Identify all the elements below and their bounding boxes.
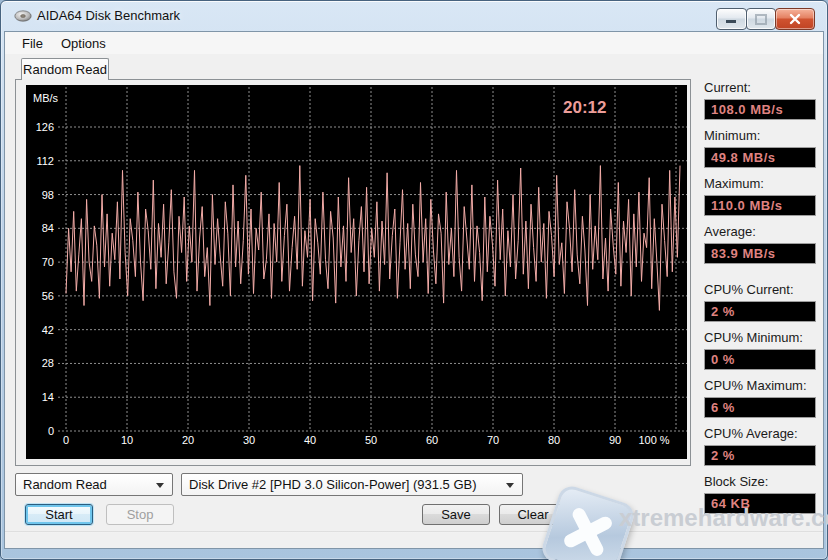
save-button[interactable]: Save <box>422 504 490 525</box>
app-window: AIDA64 Disk Benchmark FileOptions Random… <box>0 0 828 560</box>
svg-text:84: 84 <box>42 222 54 234</box>
svg-text:0: 0 <box>48 425 54 437</box>
maximize-icon <box>755 14 767 25</box>
throughput-line <box>66 166 680 311</box>
chevron-down-icon <box>156 483 164 488</box>
svg-text:28: 28 <box>42 357 54 369</box>
title-bar[interactable]: AIDA64 Disk Benchmark <box>1 1 827 31</box>
svg-text:0: 0 <box>63 434 69 446</box>
test-type-dropdown[interactable]: Random Read <box>15 473 173 496</box>
menu-item-options[interactable]: Options <box>52 34 115 53</box>
minimize-icon <box>726 20 736 23</box>
maximize-button[interactable] <box>746 8 776 30</box>
minimize-button[interactable] <box>716 8 747 30</box>
stat-label: Average: <box>704 224 810 239</box>
disk-drive-dropdown[interactable]: Disk Drive #2 [PHD 3.0 Silicon-Power] (9… <box>181 473 523 496</box>
stat-label: CPU% Current: <box>704 282 810 297</box>
menu-item-file[interactable]: File <box>13 34 52 53</box>
stat-label: CPU% Minimum: <box>704 330 810 345</box>
svg-text:70: 70 <box>487 434 499 446</box>
svg-text:98: 98 <box>42 189 54 201</box>
stat-label: CPU% Average: <box>704 426 810 441</box>
app-icon <box>14 9 32 23</box>
svg-text:10: 10 <box>121 434 133 446</box>
stat-group: Minimum:49.8 MB/s <box>704 128 810 168</box>
window-title: AIDA64 Disk Benchmark <box>37 8 180 23</box>
stat-group: Current:108.0 MB/s <box>704 80 810 120</box>
svg-text:70: 70 <box>42 256 54 268</box>
stat-label: Maximum: <box>704 176 810 191</box>
stat-value: 110.0 MB/s <box>704 195 816 216</box>
svg-text:40: 40 <box>304 434 316 446</box>
stat-value: 83.9 MB/s <box>704 243 816 264</box>
tab-random-read[interactable]: Random Read <box>21 58 109 80</box>
svg-text:42: 42 <box>42 324 54 336</box>
stat-group: CPU% Average:2 % <box>704 426 810 466</box>
svg-text:50: 50 <box>365 434 377 446</box>
disk-drive-value: Disk Drive #2 [PHD 3.0 Silicon-Power] (9… <box>189 477 477 492</box>
svg-text:20: 20 <box>182 434 194 446</box>
watermark-text: xtremehardware.com <box>619 504 828 532</box>
stat-value: 2 % <box>704 445 816 466</box>
svg-text:14: 14 <box>42 391 54 403</box>
svg-text:126: 126 <box>36 121 54 133</box>
stat-group: CPU% Maximum:6 % <box>704 378 810 418</box>
stat-value: 0 % <box>704 349 816 370</box>
svg-text:MB/s: MB/s <box>33 92 59 104</box>
svg-text:60: 60 <box>426 434 438 446</box>
stat-label: Current: <box>704 80 810 95</box>
close-button[interactable] <box>775 8 815 30</box>
svg-text:100 %: 100 % <box>638 434 669 446</box>
stop-button: Stop <box>106 504 174 525</box>
svg-text:30: 30 <box>243 434 255 446</box>
chart-svg: 0142842567084981121260102030405060708090… <box>26 85 687 459</box>
test-type-value: Random Read <box>23 477 107 492</box>
stat-label: Block Size: <box>704 474 810 489</box>
stat-label: Minimum: <box>704 128 810 143</box>
stat-value: 2 % <box>704 301 816 322</box>
svg-text:20:12: 20:12 <box>563 98 606 117</box>
stat-value: 108.0 MB/s <box>704 99 816 120</box>
stat-label: CPU% Maximum: <box>704 378 810 393</box>
svg-text:90: 90 <box>609 434 621 446</box>
svg-text:112: 112 <box>36 155 54 167</box>
start-button[interactable]: Start <box>25 504 93 525</box>
benchmark-chart: 0142842567084981121260102030405060708090… <box>26 85 687 459</box>
stat-group: Maximum:110.0 MB/s <box>704 176 810 216</box>
stat-group: CPU% Current:2 % <box>704 282 810 322</box>
svg-text:80: 80 <box>548 434 560 446</box>
stat-value: 6 % <box>704 397 816 418</box>
stat-group: Average:83.9 MB/s <box>704 224 810 264</box>
stat-group: CPU% Minimum:0 % <box>704 330 810 370</box>
menu-bar: FileOptions <box>5 32 823 54</box>
stat-value: 49.8 MB/s <box>704 147 816 168</box>
close-icon <box>776 9 814 29</box>
chevron-down-icon <box>506 483 514 488</box>
svg-text:56: 56 <box>42 290 54 302</box>
